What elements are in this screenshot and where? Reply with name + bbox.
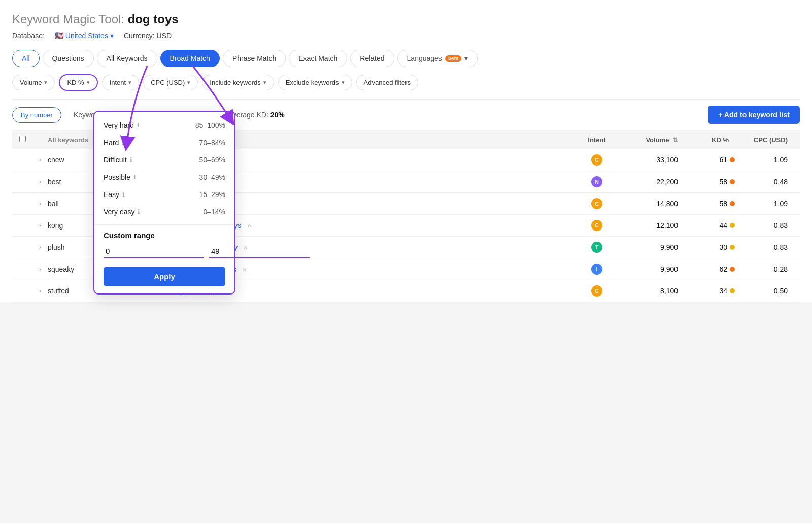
kd-easy-range: 15–29% (199, 190, 225, 199)
languages-chevron-icon: ▾ (464, 54, 468, 62)
row-volume-2: 22,200 (622, 178, 688, 186)
filter-intent[interactable]: Intent ▾ (102, 75, 140, 90)
kd-option-very-hard[interactable]: Very hard ℹ 85–100% (94, 117, 234, 134)
kd-very-hard-info-icon[interactable]: ℹ (137, 122, 140, 129)
db-chevron-icon[interactable]: ▾ (110, 31, 114, 40)
row-intent-7: C (571, 285, 622, 297)
kd-min-input[interactable] (104, 245, 204, 258)
intent-badge-i-6: I (591, 264, 602, 275)
row-expand-7[interactable]: › (32, 287, 48, 295)
filter-include-label: Include keywords (210, 79, 260, 86)
kd-divider (94, 224, 234, 225)
row-group-4: kong (48, 221, 98, 230)
row-expand-1[interactable]: › (32, 156, 48, 164)
kd-possible-range: 30–49% (199, 173, 225, 181)
tab-languages[interactable]: Languages beta ▾ (397, 50, 478, 67)
tab-exactmatch[interactable]: Exact Match (289, 50, 347, 67)
kd-easy-label: Easy (104, 190, 119, 199)
intent-badge-c-7: C (591, 285, 602, 297)
row-intent-4: C (571, 220, 622, 231)
row-kd-4: 44 (688, 221, 739, 230)
filter-cpc[interactable]: CPC (USD) ▾ (143, 75, 198, 90)
row-cpc-6: 0.28 (739, 265, 800, 273)
kd-dot-1 (730, 157, 735, 162)
kd-option-difficult[interactable]: Difficult ℹ 50–69% (94, 151, 234, 169)
row-expand-2[interactable]: › (32, 178, 48, 185)
db-link[interactable]: 🇺🇸 United States ▾ (55, 31, 114, 40)
kd-option-possible[interactable]: Possible ℹ 30–49% (94, 169, 234, 186)
filter-advanced[interactable]: Advanced filters (356, 75, 419, 90)
filters-row: Volume ▾ KD % ▾ Intent ▾ CPC (USD) ▾ Inc… (12, 74, 800, 91)
row-kd-6: 62 (688, 265, 739, 273)
row-cpc-5: 0.83 (739, 243, 800, 251)
header-volume: Volume ⇅ (622, 136, 688, 144)
filter-exclude-chevron-icon: ▾ (342, 79, 345, 86)
volume-sort-icon[interactable]: ⇅ (673, 137, 678, 144)
header-kd: KD % (688, 136, 739, 144)
filter-volume[interactable]: Volume ▾ (12, 75, 55, 90)
row-volume-7: 8,100 (622, 287, 688, 295)
row-volume-6: 9,900 (622, 265, 688, 273)
filter-exclude[interactable]: Exclude keywords ▾ (278, 75, 352, 90)
row-volume-4: 12,100 (622, 221, 688, 230)
kd-difficult-info-icon[interactable]: ℹ (130, 156, 132, 164)
row-intent-1: C (571, 154, 622, 166)
kd-option-very-easy[interactable]: Very easy ℹ 0–14% (94, 203, 234, 220)
filter-intent-chevron-icon: ▾ (128, 79, 131, 86)
header-cpc: CPC (USD) (739, 136, 800, 144)
kd-very-easy-info-icon[interactable]: ℹ (138, 208, 140, 215)
avg-kd-label: Average KD: 20% (228, 111, 285, 119)
row-intent-6: I (571, 264, 622, 275)
intent-badge-c-4: C (591, 220, 602, 231)
row-cpc-7: 0.50 (739, 287, 800, 295)
kd-apply-button[interactable]: Apply (104, 267, 225, 286)
tab-phrasematch[interactable]: Phrase Match (223, 50, 286, 67)
kd-dot-4 (730, 223, 735, 228)
kd-possible-info-icon[interactable]: ℹ (133, 174, 136, 181)
page-title: Keyword Magic Tool: dog toys (12, 12, 800, 26)
kd-dot-7 (730, 288, 735, 293)
kd-hard-range: 70–84% (199, 139, 225, 147)
row-cpc-2: 0.48 (739, 178, 800, 186)
filter-kd-label: KD % (67, 79, 84, 86)
row-volume-3: 14,800 (622, 200, 688, 208)
header-intent: Intent (571, 136, 622, 144)
kd-very-hard-label: Very hard (104, 121, 134, 129)
row-group-1: chew (48, 156, 98, 164)
tab-questions[interactable]: Questions (43, 50, 94, 67)
row-intent-5: T (571, 242, 622, 253)
tab-related[interactable]: Related (350, 50, 394, 67)
tab-broadmatch[interactable]: Broad Match (160, 50, 220, 67)
filter-kd[interactable]: KD % ▾ (59, 74, 97, 91)
kd-very-hard-range: 85–100% (195, 121, 225, 129)
kd-option-hard[interactable]: Hard ℹ 70–84% (94, 134, 234, 151)
row-expand-5[interactable]: › (32, 244, 48, 251)
row-kd-3: 58 (688, 200, 739, 208)
kd-possible-label: Possible (104, 173, 130, 181)
tab-allkeywords[interactable]: All Keywords (97, 50, 157, 67)
tab-all[interactable]: All (12, 50, 40, 67)
kd-custom-range-label: Custom range (94, 229, 234, 245)
by-number-button[interactable]: By number (12, 107, 61, 123)
row-group-3: ball (48, 200, 98, 208)
kd-option-easy[interactable]: Easy ℹ 15–29% (94, 186, 234, 203)
kd-easy-info-icon[interactable]: ℹ (122, 191, 125, 198)
db-name: United States (65, 31, 108, 40)
kd-dot-6 (730, 267, 735, 272)
row-group-5: plush (48, 243, 98, 251)
select-all-checkbox[interactable] (19, 136, 26, 142)
kd-max-input[interactable] (209, 245, 310, 258)
filter-intent-label: Intent (110, 79, 126, 86)
kd-difficult-label: Difficult (104, 156, 127, 164)
row-expand-3[interactable]: › (32, 200, 48, 207)
kd-difficult-range: 50–69% (199, 156, 225, 164)
row-expand-6[interactable]: › (32, 266, 48, 273)
kd-hard-info-icon[interactable]: ℹ (122, 139, 124, 146)
currency-label: Currency: USD (124, 31, 172, 40)
row-expand-4[interactable]: › (32, 222, 48, 229)
kd-custom-inputs (94, 245, 234, 264)
filter-include[interactable]: Include keywords ▾ (202, 75, 274, 90)
add-to-keyword-list-button[interactable]: + Add to keyword list (708, 106, 800, 124)
filter-kd-chevron-icon: ▾ (87, 79, 90, 86)
header-check (12, 136, 32, 144)
